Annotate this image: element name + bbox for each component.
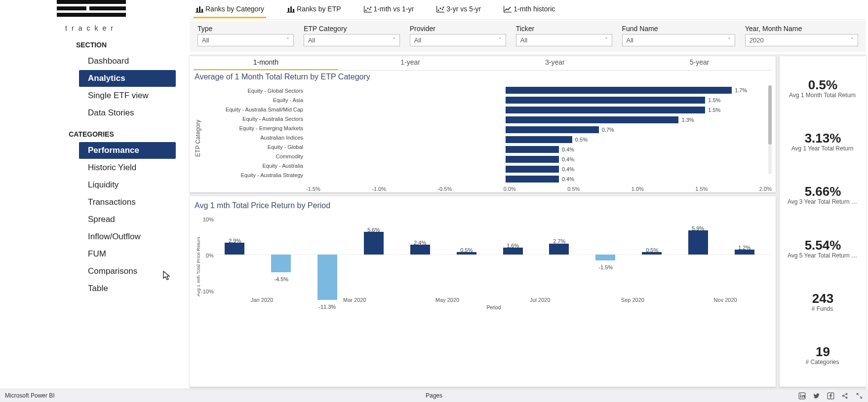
svg-point-32 [846, 397, 847, 398]
column-chart[interactable]: Avg 1 mth Total Price Return 10%0%-10% J… [194, 214, 772, 310]
chart-panel-top: 1-month1-year3-year5-year Average of 1 M… [190, 56, 776, 192]
col-bar[interactable] [225, 243, 244, 255]
svg-point-21 [440, 8, 441, 9]
slicer-label: Ticker [516, 25, 612, 34]
hbar-bar[interactable] [506, 136, 572, 143]
hbar-category-label: Equity - Global [202, 143, 303, 151]
hbar-bar[interactable] [506, 146, 559, 153]
kpi-value: 19 [782, 344, 864, 360]
col-value-label: -1.5% [598, 264, 613, 270]
col-bar[interactable] [271, 255, 291, 273]
hbar-value-label: 1.5% [708, 97, 720, 103]
footer-brand: Microsoft Power BI [5, 392, 55, 399]
nav-category-historic-yield[interactable]: Historic Yield [79, 159, 176, 176]
hbar-scrollbar[interactable] [768, 85, 772, 174]
col-xtick: Jan 2020 [216, 297, 309, 303]
slicer-dropdown[interactable]: All˅ [622, 34, 735, 46]
linkedin-icon[interactable] [798, 392, 806, 400]
col-bar[interactable] [317, 255, 337, 300]
nav-section-data-stories[interactable]: Data Stories [79, 105, 176, 121]
subtab-1-year[interactable]: 1-year [338, 56, 483, 70]
kpi-card[interactable]: 5.54%Avg 5 Year Total Return … [782, 236, 864, 261]
nav-category-spread[interactable]: Spread [79, 211, 176, 228]
top-tab-ranks-by-etp[interactable]: Ranks by ETP [285, 1, 343, 18]
hbar-plot-area: -1.5%-1.0%-0.5%0.0%0.5%1.0%1.5%2.0% 1.7%… [306, 85, 772, 191]
hbar-value-label: 0.5% [575, 137, 588, 143]
fullscreen-icon[interactable] [856, 392, 863, 400]
nav-category-performance[interactable]: Performance [79, 142, 176, 159]
col-bar[interactable] [364, 232, 384, 255]
hbar-bar[interactable] [506, 97, 705, 104]
hbar-bar[interactable] [506, 156, 559, 163]
subtab-1-month[interactable]: 1-month [194, 56, 338, 70]
chevron-down-icon: ˅ [286, 37, 289, 44]
svg-rect-3 [57, 13, 126, 17]
hbar-chart[interactable]: ETP Category Equity - Global SectorsEqui… [194, 85, 772, 191]
svg-rect-13 [364, 6, 364, 12]
kpi-card[interactable]: 243# Funds [782, 289, 864, 314]
col-y-axis-label: Avg 1 mth Total Price Return [194, 214, 201, 310]
nav-section-dashboard[interactable]: Dashboard [79, 53, 176, 70]
slicer-dropdown[interactable]: All˅ [304, 34, 400, 46]
sub-tabs: 1-month1-year3-year5-year [194, 56, 772, 70]
kpi-card[interactable]: 19# Categories [782, 342, 864, 367]
hbar-categories: Equity - Global SectorsEquity - AsiaEqui… [202, 85, 306, 191]
slicer-label: Fund Name [622, 25, 735, 34]
twitter-icon[interactable] [813, 392, 820, 400]
kpi-label: Avg 1 Year Total Return [782, 145, 863, 152]
share-icon[interactable] [841, 392, 849, 400]
col-xtick: Jul 2020 [494, 297, 587, 303]
nav-category-fum[interactable]: FUM [79, 246, 176, 262]
nav-category-liquidity[interactable]: Liquidity [79, 177, 176, 193]
nav-category-table[interactable]: Table [79, 280, 176, 297]
hbar-bar[interactable] [506, 166, 559, 173]
svg-point-31 [846, 393, 847, 395]
nav-section-analytics[interactable]: Analytics [79, 70, 176, 87]
col-value-label: -11.3% [318, 304, 336, 310]
hbar-xtick: 2.0% [759, 186, 772, 192]
subtab-3-year[interactable]: 3-year [483, 56, 628, 70]
kpi-card[interactable]: 5.66%Avg 3 Year Total Return … [782, 182, 864, 207]
nav-category-inflow-outflow[interactable]: Inflow/Outflow [79, 228, 176, 245]
col-y-axis: 10%0%-10% [201, 214, 216, 310]
svg-rect-11 [293, 9, 294, 12]
slicer-dropdown[interactable]: All˅ [410, 34, 506, 46]
chart-panel-bottom: Avg 1 mth Total Price Return by Period A… [190, 196, 776, 387]
hbar-scroll-thumb[interactable] [768, 85, 772, 145]
hbar-bar[interactable] [506, 87, 732, 94]
svg-rect-18 [436, 12, 444, 12]
nav-category-comparisons[interactable]: Comparisons [79, 263, 176, 280]
kpi-card[interactable]: 3.13%Avg 1 Year Total Return [782, 129, 864, 154]
col-value-label: 2.4% [414, 240, 426, 246]
facebook-icon[interactable] [827, 392, 834, 400]
slicer-dropdown[interactable]: 2020˅ [745, 34, 858, 46]
top-tab-1-mth-vs-1-yr[interactable]: 1-mth vs 1-yr [362, 1, 416, 18]
col-bar[interactable] [410, 245, 430, 255]
svg-point-16 [369, 9, 370, 10]
section-title-1: SECTION [0, 41, 183, 49]
hbar-category-label: Australian Indices [202, 133, 303, 142]
kpi-value: 5.66% [782, 184, 864, 199]
col-bar[interactable] [595, 255, 615, 260]
kpi-card[interactable]: 0.5%Avg 1 Month Total Return [782, 75, 864, 101]
col-bar[interactable] [549, 244, 569, 255]
nav-section-single-etf-view[interactable]: Single ETF view [79, 87, 176, 104]
subtab-5-year[interactable]: 5-year [627, 56, 772, 70]
footer-pages-label[interactable]: Pages [426, 392, 442, 399]
svg-rect-24 [504, 12, 512, 12]
svg-rect-7 [201, 9, 203, 12]
top-tab-3-yr-vs-5-yr[interactable]: 3-yr vs 5-yr [434, 1, 483, 18]
col-bar[interactable] [688, 230, 708, 254]
top-tab-ranks-by-category[interactable]: Ranks by Category [194, 1, 266, 18]
slicer-dropdown[interactable]: All˅ [516, 34, 612, 46]
sidebar: tracker SECTION DashboardAnalyticsSingle… [0, 0, 188, 389]
top-tab-1-mth-historic[interactable]: 1-mth historic [502, 1, 557, 18]
bar-chart-icon [287, 6, 295, 12]
hbar-bar[interactable] [506, 116, 678, 123]
nav-category-transactions[interactable]: Transactions [79, 194, 176, 211]
hbar-bar[interactable] [506, 107, 705, 113]
hbar-bar[interactable] [506, 126, 599, 133]
chart1-title: Average of 1 Month Total Return by ETP C… [194, 71, 772, 85]
slicer-dropdown[interactable]: All˅ [197, 34, 294, 46]
hbar-bar[interactable] [506, 176, 559, 183]
